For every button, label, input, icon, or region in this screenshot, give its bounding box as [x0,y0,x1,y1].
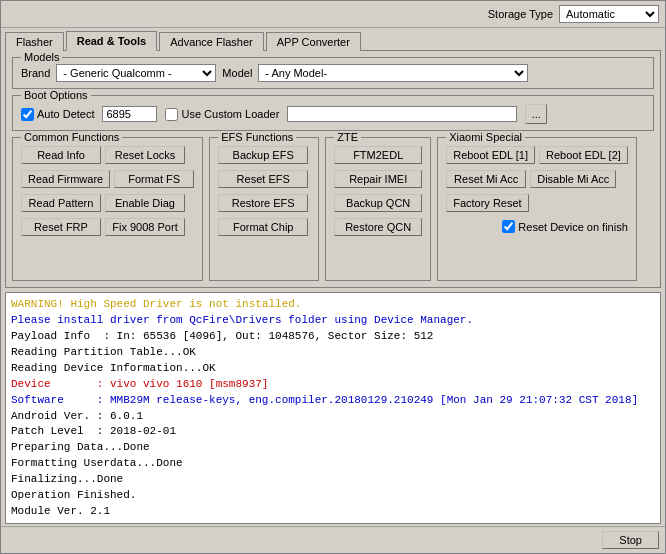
reset-device-checkbox[interactable] [502,220,515,233]
models-row: Brand - Generic Qualcomm - Model - Any M… [21,64,645,82]
functions-area: Common Functions Read Info Reset Locks R… [12,137,654,281]
common-row-1: Read Info Reset Locks [21,146,194,164]
log-line: Payload Info : In: 65536 [4096], Out: 10… [11,329,655,345]
tab-advance-flasher[interactable]: Advance Flasher [159,32,264,51]
brand-label: Brand [21,67,50,79]
reboot-edl1-btn[interactable]: Reboot EDL [1] [446,146,535,164]
log-line: Formatting Userdata...Done [11,456,655,472]
zte-row-2: Repair IMEI [334,170,422,188]
log-line: Reading Device Information...OK [11,361,655,377]
backup-efs-btn[interactable]: Backup EFS [218,146,308,164]
log-line: Android Ver. : 6.0.1 [11,409,655,425]
xiaomi-group: Xiaomi Special Reboot EDL [1] Reboot EDL… [437,137,637,281]
storage-type-label: Storage Type [488,8,553,20]
ftm2edl-btn[interactable]: FTM2EDL [334,146,422,164]
log-line: Please install driver from QcFire\Driver… [11,313,655,329]
efs-row-1: Backup EFS [218,146,310,164]
xiaomi-row-2: Reset Mi Acc Disable Mi Acc [446,170,628,188]
tab-content: Models Brand - Generic Qualcomm - Model … [5,50,661,288]
read-info-btn[interactable]: Read Info [21,146,101,164]
tab-read-tools[interactable]: Read & Tools [66,31,157,51]
common-row-3: Read Pattern Enable Diag [21,194,194,212]
log-line: Patch Level : 2018-02-01 [11,424,655,440]
model-select[interactable]: - Any Model- [258,64,528,82]
tab-flasher[interactable]: Flasher [5,32,64,51]
auto-detect-checkbox[interactable] [21,108,34,121]
efs-row-2: Reset EFS [218,170,310,188]
read-firmware-btn[interactable]: Read Firmware [21,170,110,188]
stop-button[interactable]: Stop [602,531,659,549]
custom-loader-checkbox-label: Use Custom Loader [165,108,279,121]
xiaomi-row-3: Factory Reset [446,194,628,212]
reset-efs-btn[interactable]: Reset EFS [218,170,308,188]
tab-app-converter[interactable]: APP Converter [266,32,361,51]
reset-device-row: Reset Device on finish [446,220,628,233]
log-line: Preparing Data...Done [11,440,655,456]
log-line: WARNING! High Speed Driver is not instal… [11,297,655,313]
storage-type-select[interactable]: AutomaticeMMCUFS [559,5,659,23]
zte-row-3: Backup QCN [334,194,422,212]
reset-frp-btn[interactable]: Reset FRP [21,218,101,236]
reset-mi-acc-btn[interactable]: Reset Mi Acc [446,170,526,188]
boot-options-label: Boot Options [21,89,91,101]
factory-reset-btn[interactable]: Factory Reset [446,194,528,212]
disable-mi-acc-btn[interactable]: Disable Mi Acc [530,170,616,188]
tabs-bar: Flasher Read & Tools Advance Flasher APP… [1,28,665,50]
zte-row-1: FTM2EDL [334,146,422,164]
zte-row-4: Restore QCN [334,218,422,236]
log-line: Device : vivo vivo 1610 [msm8937] [11,377,655,393]
reset-device-text: Reset Device on finish [518,221,627,233]
log-line: Finalizing...Done [11,472,655,488]
reboot-edl2-btn[interactable]: Reboot EDL [2] [539,146,628,164]
reset-device-checkbox-label: Reset Device on finish [502,220,627,233]
efs-functions-label: EFS Functions [218,131,296,143]
main-window: Storage Type AutomaticeMMCUFS Flasher Re… [0,0,666,554]
efs-functions-group: EFS Functions Backup EFS Reset EFS Resto… [209,137,319,281]
log-line: Reading Partition Table...OK [11,345,655,361]
backup-qcn-btn[interactable]: Backup QCN [334,194,422,212]
custom-loader-input[interactable] [287,106,517,122]
brand-select[interactable]: - Generic Qualcomm - [56,64,216,82]
format-fs-btn[interactable]: Format FS [114,170,194,188]
top-bar: Storage Type AutomaticeMMCUFS [1,1,665,28]
custom-loader-checkbox[interactable] [165,108,178,121]
restore-qcn-btn[interactable]: Restore QCN [334,218,422,236]
log-line: Operation Finished. [11,488,655,504]
zte-label: ZTE [334,131,361,143]
zte-group: ZTE FTM2EDL Repair IMEI Backup QCN Resto… [325,137,431,281]
model-label: Model [222,67,252,79]
log-line: Software : MMB29M release-keys, eng.comp… [11,393,655,409]
log-line: Module Ver. 2.1 [11,504,655,520]
common-functions-group: Common Functions Read Info Reset Locks R… [12,137,203,281]
format-chip-btn[interactable]: Format Chip [218,218,308,236]
common-row-4: Reset FRP Fix 9008 Port [21,218,194,236]
restore-efs-btn[interactable]: Restore EFS [218,194,308,212]
common-functions-label: Common Functions [21,131,122,143]
reset-locks-btn[interactable]: Reset Locks [105,146,185,164]
enable-diag-btn[interactable]: Enable Diag [105,194,185,212]
log-area[interactable]: LU Count : 1 [0x01D5A000]WARNING! High S… [5,292,661,524]
fix-9008-btn[interactable]: Fix 9008 Port [105,218,185,236]
efs-row-4: Format Chip [218,218,310,236]
efs-row-3: Restore EFS [218,194,310,212]
models-group: Models Brand - Generic Qualcomm - Model … [12,57,654,89]
auto-detect-text: Auto Detect [37,108,94,120]
xiaomi-row-1: Reboot EDL [1] Reboot EDL [2] [446,146,628,164]
custom-loader-text: Use Custom Loader [181,108,279,120]
browse-button[interactable]: ... [525,104,547,124]
read-pattern-btn[interactable]: Read Pattern [21,194,101,212]
xiaomi-label: Xiaomi Special [446,131,525,143]
models-label: Models [21,51,62,63]
repair-imei-btn[interactable]: Repair IMEI [334,170,422,188]
boot-options-group: Boot Options Auto Detect Use Custom Load… [12,95,654,131]
boot-row: Auto Detect Use Custom Loader ... [21,104,645,124]
bottom-bar: Stop [1,526,665,553]
boot-value-input[interactable] [102,106,157,122]
common-row-2: Read Firmware Format FS [21,170,194,188]
auto-detect-checkbox-label: Auto Detect [21,108,94,121]
